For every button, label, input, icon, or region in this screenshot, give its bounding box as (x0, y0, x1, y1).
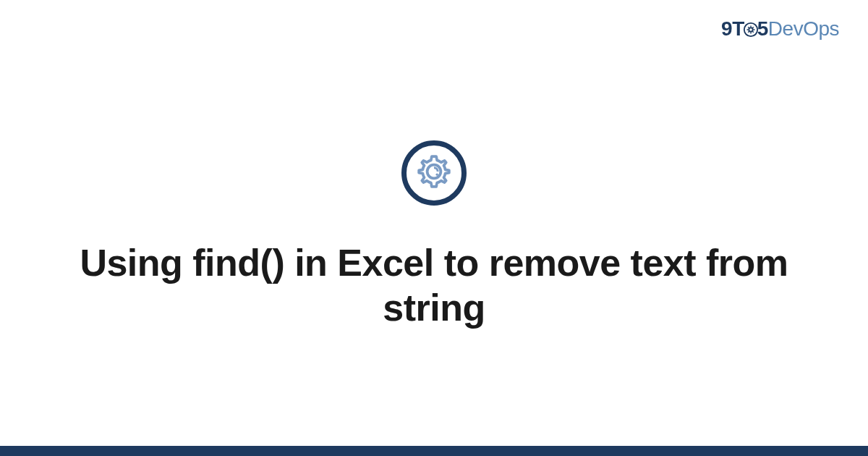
gear-badge (401, 140, 467, 206)
svg-point-3 (436, 173, 438, 175)
main-content: Using find() in Excel to remove text fro… (0, 0, 868, 456)
footer-accent-bar (0, 446, 868, 456)
gear-icon (416, 153, 452, 193)
page-title: Using find() in Excel to remove text fro… (72, 240, 796, 331)
